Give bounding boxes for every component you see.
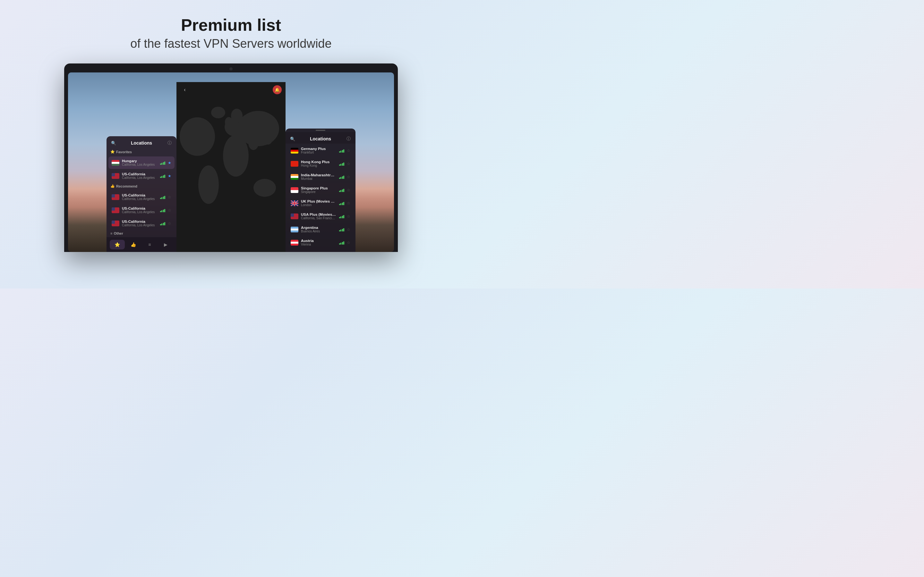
star-uk[interactable]: ☆ [347, 201, 351, 205]
right-panel-scroll: Germany Plus Frankfurt ☆ [286, 144, 355, 252]
back-button[interactable]: ‹ [180, 85, 189, 94]
star-hongkong[interactable]: ☆ [347, 161, 351, 166]
location-hongkong[interactable]: Hong Kong Plus Hong Kong ☆ [288, 157, 354, 170]
location-usa-plus[interactable]: USA Plus (Movies & TV) California, San F… [288, 210, 354, 222]
star-us-fav[interactable]: ★ [168, 174, 171, 178]
location-india-info: India-Maharashtra Plus Mumbai [301, 173, 336, 181]
signal-argentina [339, 227, 344, 231]
middle-panel: ‹ 🔔 [176, 82, 286, 252]
location-hungary-city: California, Los Angeles [122, 163, 158, 166]
flag-us-rec2 [111, 207, 120, 213]
star-usa-plus[interactable]: ☆ [347, 214, 351, 219]
location-usa-plus-info: USA Plus (Movies & TV) California, San F… [301, 213, 336, 220]
location-uk[interactable]: UK Plus (Movies & TV) London ☆ [288, 197, 354, 210]
left-info-icon[interactable]: ⓘ [166, 140, 173, 146]
right-search-icon[interactable]: 🔍 [289, 137, 296, 141]
location-hongkong-city: Hong Kong [301, 164, 336, 167]
left-panel-title: Locations [117, 140, 166, 145]
location-austria-name: Austria [301, 239, 336, 243]
other-section-label: ≡ Other [107, 230, 176, 237]
flag-austria [291, 240, 298, 245]
location-us-fav-info: US-California California, Los Angeles [122, 172, 158, 179]
other-icon: ≡ [110, 231, 112, 235]
location-hungary[interactable]: Hungary California, Los Angeles ★ [108, 156, 174, 169]
location-uk-info: UK Plus (Movies & TV) London [301, 199, 336, 207]
location-uk-name: UK Plus (Movies & TV) [301, 199, 336, 203]
location-usa-plus-city: California, San Francisco [301, 216, 336, 220]
tab-list[interactable]: ≡ [142, 240, 157, 250]
location-hongkong-info: Hong Kong Plus Hong Kong [301, 160, 336, 167]
star-singapore[interactable]: ☆ [347, 188, 351, 192]
signal-germany [339, 149, 344, 153]
star-hungary[interactable]: ★ [168, 161, 171, 165]
location-us-rec2[interactable]: US-California California, Los Angeles ☆ [108, 204, 174, 216]
location-hungary-name: Hungary [122, 159, 158, 163]
location-us-rec3-name: US-California [122, 219, 158, 223]
location-india-name: India-Maharashtra Plus [301, 173, 336, 177]
flag-argentina [291, 227, 298, 232]
location-india-city: Mumbai [301, 177, 336, 181]
svg-point-9 [263, 132, 273, 145]
right-panel-header: 🔍 Locations ⓘ [286, 132, 355, 143]
flag-usa-plus [291, 213, 298, 219]
right-panel: 🔍 Locations ⓘ Germany Plus Frankfurt [286, 129, 355, 252]
location-us-rec1-info: US-California California, Los Angeles [122, 193, 158, 201]
location-germany-name: Germany Plus [301, 147, 336, 151]
location-us-fav-city: California, Los Angeles [122, 176, 158, 179]
favorites-icon: ⭐ [110, 150, 115, 154]
signal-us-rec2 [160, 208, 166, 212]
left-panel: 🔍 Locations ⓘ ⭐ Favorites Hungary [107, 136, 176, 252]
tab-recommend[interactable]: 👍 [126, 240, 141, 250]
tab-media[interactable]: ▶ [158, 240, 174, 250]
svg-point-4 [180, 117, 215, 156]
location-austria[interactable]: Austria Vienna ☆ [288, 236, 354, 249]
location-germany[interactable]: Germany Plus Frankfurt ☆ [288, 144, 354, 157]
location-us-rec3-city: California, Los Angeles [122, 223, 158, 227]
left-search-icon[interactable]: 🔍 [110, 141, 117, 145]
flag-singapore [291, 187, 298, 193]
tab-favorites[interactable]: ⭐ [110, 240, 125, 250]
location-argentina[interactable]: Argentina Buenos Aires ☆ [288, 223, 354, 235]
location-hongkong-name: Hong Kong Plus [301, 160, 336, 164]
signal-singapore [339, 188, 344, 192]
right-panel-title: Locations [296, 136, 345, 141]
location-india[interactable]: India-Maharashtra Plus Mumbai ☆ [288, 171, 354, 183]
location-singapore[interactable]: Singapore Plus Singapore ☆ [288, 184, 354, 196]
flag-hungary [111, 160, 120, 166]
signal-india [339, 175, 344, 179]
location-singapore-city: Singapore [301, 190, 336, 193]
svg-point-8 [254, 179, 276, 197]
location-singapore-info: Singapore Plus Singapore [301, 186, 336, 193]
star-us-rec1[interactable]: ☆ [168, 195, 171, 199]
signal-uk [339, 201, 344, 205]
page-subtitle: of the fastest VPN Servers worldwide [130, 37, 331, 51]
location-uk-city: London [301, 203, 336, 207]
star-austria[interactable]: ☆ [347, 240, 351, 245]
flag-uk [291, 200, 298, 206]
star-germany[interactable]: ☆ [347, 148, 351, 153]
svg-point-7 [211, 107, 225, 118]
location-argentina-info: Argentina Buenos Aires [301, 226, 336, 233]
location-us-rec3[interactable]: US-California California, Los Angeles ☆ [108, 217, 174, 229]
notification-button[interactable]: 🔔 [273, 85, 282, 94]
location-hungary-info: Hungary California, Los Angeles [122, 159, 158, 166]
signal-us-rec3 [160, 221, 166, 226]
world-map-svg [176, 82, 286, 252]
location-us-rec1[interactable]: US-California California, Los Angeles ☆ [108, 191, 174, 203]
flag-hongkong [291, 161, 298, 167]
location-us-rec2-name: US-California [122, 206, 158, 210]
laptop-screen: 🔍 Locations ⓘ ⭐ Favorites Hungary [68, 73, 394, 252]
location-us-fav[interactable]: US-California California, Los Angeles ★ [108, 169, 174, 182]
star-argentina[interactable]: ☆ [347, 227, 351, 232]
right-info-icon[interactable]: ⓘ [345, 136, 352, 142]
location-us-rec1-city: California, Los Angeles [122, 197, 158, 201]
flag-india [291, 174, 298, 180]
star-us-rec2[interactable]: ☆ [168, 208, 171, 213]
map-top-bar: ‹ 🔔 [176, 82, 286, 97]
star-us-rec3[interactable]: ☆ [168, 221, 171, 226]
star-india[interactable]: ☆ [347, 175, 351, 179]
flag-us-rec1 [111, 194, 120, 200]
location-us-rec1-name: US-California [122, 193, 158, 197]
panels-container: 🔍 Locations ⓘ ⭐ Favorites Hungary [107, 82, 355, 252]
left-panel-header: 🔍 Locations ⓘ [107, 136, 176, 148]
